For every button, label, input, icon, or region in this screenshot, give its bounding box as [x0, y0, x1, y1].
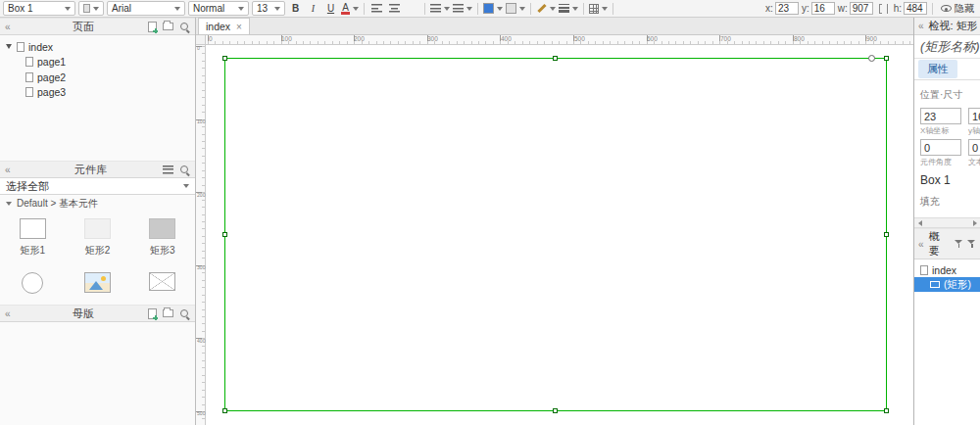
sort-icon[interactable] — [967, 239, 976, 249]
height-input[interactable] — [904, 2, 927, 15]
resize-handle-top-middle[interactable] — [553, 56, 558, 61]
chevron-down-icon — [572, 7, 578, 11]
inspector-horizontal-scrollbar[interactable] — [914, 217, 980, 228]
resize-handle-top-left[interactable] — [222, 56, 227, 61]
tab-index[interactable]: index × — [198, 18, 250, 34]
rotate-handle-icon[interactable] — [868, 55, 875, 62]
style-preview-select[interactable] — [78, 1, 104, 16]
y-position-field: y: — [802, 2, 835, 15]
add-master-icon[interactable] — [148, 308, 157, 319]
widget-style-name[interactable]: Box 1 — [920, 173, 980, 187]
resize-handle-middle-right[interactable] — [884, 232, 889, 237]
bold-button[interactable]: B — [288, 1, 303, 16]
widget-item-ellipse[interactable] — [0, 268, 65, 305]
aspect-ratio-lock-button[interactable] — [876, 1, 891, 16]
widget-library-filter-select[interactable]: 选择全部 — [0, 178, 195, 195]
align-center-button[interactable] — [387, 1, 402, 16]
position-size-section-label: 位置·尺寸 — [920, 88, 980, 102]
widget-item-rect2[interactable]: 矩形2 — [65, 214, 129, 268]
page-tree-item-index[interactable]: index — [0, 39, 195, 55]
outline-item-rectangle[interactable]: (矩形) — [914, 277, 980, 292]
page-tree-item-page1[interactable]: page1 — [0, 55, 195, 71]
x-input[interactable] — [775, 2, 799, 15]
shade-color-button[interactable] — [506, 1, 525, 16]
align-left-button[interactable] — [369, 1, 384, 16]
expand-triangle-icon[interactable] — [6, 44, 12, 49]
scroll-right-icon[interactable] — [970, 219, 979, 227]
underline-button[interactable]: U — [323, 1, 338, 16]
vertical-align-icon — [430, 4, 441, 13]
add-page-icon[interactable] — [148, 22, 157, 32]
chevron-down-icon — [6, 202, 12, 206]
grid-guides-button[interactable] — [589, 1, 608, 16]
chevron-down-icon — [274, 7, 280, 11]
outline-tree: index (矩形) — [914, 260, 980, 425]
widget-item-rect3[interactable]: 矩形3 — [130, 214, 195, 268]
fill-color-button[interactable] — [483, 1, 503, 16]
design-viewport[interactable] — [206, 45, 913, 425]
rectangle2-widget-icon — [84, 218, 111, 239]
widget-style-select[interactable]: Box 1 — [3, 1, 75, 16]
widget-item-placeholder[interactable] — [130, 268, 195, 305]
widget-label: 矩形1 — [20, 244, 45, 258]
search-icon[interactable] — [179, 308, 190, 319]
collapse-panel-icon[interactable]: « — [5, 308, 19, 319]
menu-icon[interactable] — [163, 165, 173, 174]
list-style-button[interactable] — [453, 1, 472, 16]
x-coordinate-input[interactable] — [920, 108, 961, 124]
add-folder-icon[interactable] — [163, 23, 173, 30]
toolbar-separator — [583, 3, 584, 15]
widget-library-actions — [163, 165, 190, 175]
border-color-button[interactable] — [536, 1, 556, 16]
align-center-icon — [389, 4, 400, 13]
collapse-panel-icon[interactable]: « — [5, 22, 19, 32]
y-label: y: — [802, 3, 809, 14]
hide-widget-button[interactable]: 隐藏 — [938, 1, 977, 16]
add-folder-icon[interactable] — [163, 309, 173, 317]
y-input[interactable] — [811, 2, 835, 15]
widget-rotation-input[interactable] — [920, 139, 961, 156]
ruler-number: 200 — [354, 35, 365, 42]
collapse-panel-icon[interactable]: « — [918, 239, 924, 250]
widget-library-filter-value: 选择全部 — [6, 179, 49, 194]
widget-name-input[interactable]: (矩形名称) — [914, 35, 980, 59]
font-weight-select[interactable]: Normal — [188, 1, 249, 16]
resize-handle-top-right[interactable] — [884, 56, 889, 61]
tab-properties[interactable]: 属性 — [918, 60, 957, 78]
resize-handle-bottom-middle[interactable] — [553, 408, 558, 413]
line-weight-button[interactable] — [559, 1, 578, 16]
page-tree-item-page3[interactable]: page3 — [0, 85, 195, 101]
font-family-select[interactable]: Arial — [107, 1, 185, 16]
left-sidebar: « 页面 index page1 page2 — [0, 18, 196, 425]
vertical-align-button[interactable] — [430, 1, 450, 16]
text-color-button[interactable]: A — [341, 1, 359, 16]
align-right-button[interactable] — [405, 1, 419, 16]
outline-item-index[interactable]: index — [914, 262, 980, 277]
font-size-select[interactable]: 13 — [252, 1, 285, 16]
search-icon[interactable] — [179, 22, 190, 32]
widget-library-section-label: Default > 基本元件 — [17, 197, 98, 211]
ruler-number: 700 — [720, 35, 731, 42]
widget-library-section-header[interactable]: Default > 基本元件 — [0, 195, 195, 212]
resize-handle-bottom-left[interactable] — [222, 408, 227, 413]
close-icon[interactable]: × — [236, 22, 242, 32]
widget-item-image[interactable] — [65, 268, 129, 305]
resize-handle-bottom-right[interactable] — [884, 408, 889, 413]
y-coordinate-input[interactable] — [968, 108, 980, 124]
resize-handle-middle-left[interactable] — [222, 232, 227, 237]
page-tree-item-page2[interactable]: page2 — [0, 70, 195, 85]
chevron-down-icon — [353, 7, 359, 11]
collapse-panel-icon[interactable]: « — [5, 165, 19, 175]
filter-icon[interactable] — [955, 239, 963, 249]
search-icon[interactable] — [179, 165, 190, 175]
italic-button[interactable]: I — [306, 1, 320, 16]
widget-item-rect1[interactable]: 矩形1 — [0, 214, 65, 268]
chevron-down-icon — [497, 7, 503, 11]
widget-rotation-field: 元件角度 — [920, 139, 961, 167]
fill-color-swatch-icon — [483, 3, 494, 14]
scroll-left-icon[interactable] — [915, 219, 924, 227]
text-rotation-input[interactable] — [968, 139, 980, 156]
selected-rectangle[interactable] — [224, 58, 887, 411]
width-input[interactable] — [850, 2, 873, 15]
collapse-panel-icon[interactable]: « — [918, 21, 924, 31]
